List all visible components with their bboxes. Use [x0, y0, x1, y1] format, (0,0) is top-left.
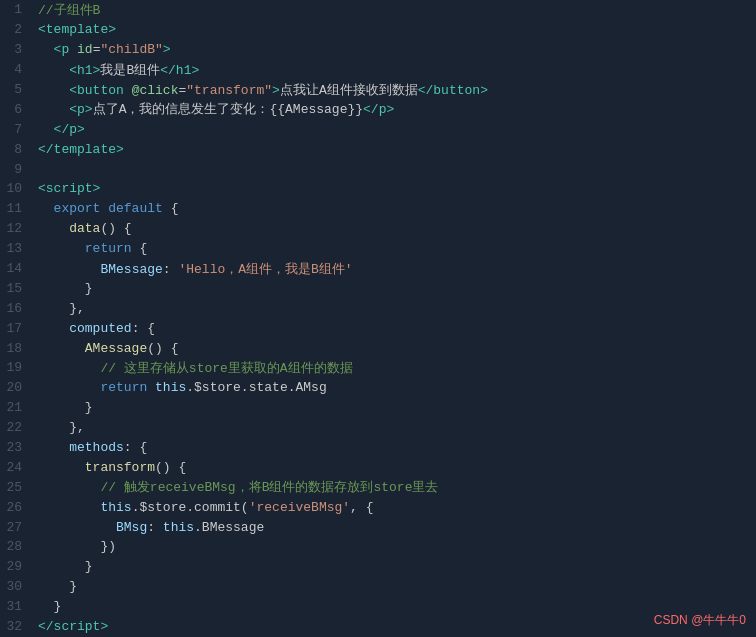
- line-number: 4: [0, 62, 32, 77]
- code-line: 23 methods: {: [0, 438, 756, 458]
- code-line: 9: [0, 159, 756, 179]
- line-content: // 这里存储从store里获取的A组件的数据: [32, 359, 756, 377]
- line-content: }: [32, 599, 756, 614]
- code-line: 15 }: [0, 278, 756, 298]
- line-number: 30: [0, 579, 32, 594]
- line-content: }: [32, 559, 756, 574]
- code-line: 7 </p>: [0, 119, 756, 139]
- code-line: 5 <button @click="transform">点我让A组件接收到数据…: [0, 80, 756, 100]
- code-line: 17 computed: {: [0, 318, 756, 338]
- line-number: 2: [0, 22, 32, 37]
- line-number: 1: [0, 2, 32, 17]
- line-content: AMessage() {: [32, 341, 756, 356]
- code-line: 21 }: [0, 398, 756, 418]
- line-number: 18: [0, 341, 32, 356]
- line-content: // 触发receiveBMsg，将B组件的数据存放到store里去: [32, 478, 756, 496]
- code-line: 10<script>: [0, 179, 756, 199]
- watermark-prefix: CSDN: [654, 613, 688, 627]
- line-number: 8: [0, 142, 32, 157]
- line-number: 31: [0, 599, 32, 614]
- code-line: 12 data() {: [0, 219, 756, 239]
- code-line: 26 this.$store.commit('receiveBMsg', {: [0, 497, 756, 517]
- line-number: 12: [0, 221, 32, 236]
- code-line: 24 transform() {: [0, 457, 756, 477]
- line-number: 27: [0, 520, 32, 535]
- line-number: 14: [0, 261, 32, 276]
- line-number: 19: [0, 360, 32, 375]
- watermark: CSDN @牛牛牛0: [654, 612, 746, 629]
- code-line: 28 }): [0, 537, 756, 557]
- line-content: //子组件B: [32, 1, 756, 19]
- line-content: },: [32, 420, 756, 435]
- line-number: 25: [0, 480, 32, 495]
- line-content: </p>: [32, 122, 756, 137]
- line-content: <h1>我是B组件</h1>: [32, 61, 756, 79]
- line-content: return {: [32, 241, 756, 256]
- line-content: data() {: [32, 221, 756, 236]
- line-content: methods: {: [32, 440, 756, 455]
- code-line: 30 }: [0, 577, 756, 597]
- line-content: computed: {: [32, 321, 756, 336]
- line-number: 26: [0, 500, 32, 515]
- line-content: BMessage: 'Hello，A组件，我是B组件': [32, 260, 756, 278]
- code-line: 11 export default {: [0, 199, 756, 219]
- line-number: 22: [0, 420, 32, 435]
- code-line: 13 return {: [0, 239, 756, 259]
- line-content: return this.$store.state.AMsg: [32, 380, 756, 395]
- code-line: 31 }: [0, 597, 756, 617]
- line-number: 29: [0, 559, 32, 574]
- line-content: }: [32, 281, 756, 296]
- watermark-suffix: @牛牛牛0: [691, 613, 746, 627]
- code-line: 4 <h1>我是B组件</h1>: [0, 60, 756, 80]
- line-content: </script>: [32, 619, 756, 634]
- line-content: </template>: [32, 142, 756, 157]
- code-lines: 1//子组件B2<template>3 <p id="childB">4 <h1…: [0, 0, 756, 637]
- code-line: 1//子组件B: [0, 0, 756, 20]
- line-number: 5: [0, 82, 32, 97]
- line-number: 10: [0, 181, 32, 196]
- code-line: 27 BMsg: this.BMessage: [0, 517, 756, 537]
- line-content: }: [32, 579, 756, 594]
- code-line: 18 AMessage() {: [0, 338, 756, 358]
- line-number: 7: [0, 122, 32, 137]
- line-number: 28: [0, 539, 32, 554]
- code-line: 22 },: [0, 418, 756, 438]
- line-content: },: [32, 301, 756, 316]
- line-content: this.$store.commit('receiveBMsg', {: [32, 500, 756, 515]
- line-content: }): [32, 539, 756, 554]
- line-number: 24: [0, 460, 32, 475]
- code-line: 6 <p>点了A，我的信息发生了变化：{{AMessage}}</p>: [0, 99, 756, 119]
- line-content: <template>: [32, 22, 756, 37]
- code-editor: 1//子组件B2<template>3 <p id="childB">4 <h1…: [0, 0, 756, 637]
- line-number: 16: [0, 301, 32, 316]
- code-line: 20 return this.$store.state.AMsg: [0, 378, 756, 398]
- code-line: 2<template>: [0, 20, 756, 40]
- code-line: 3 <p id="childB">: [0, 40, 756, 60]
- line-number: 11: [0, 201, 32, 216]
- code-line: 16 },: [0, 298, 756, 318]
- line-content: <p>点了A，我的信息发生了变化：{{AMessage}}</p>: [32, 100, 756, 118]
- line-number: 13: [0, 241, 32, 256]
- code-line: 8</template>: [0, 139, 756, 159]
- line-content: transform() {: [32, 460, 756, 475]
- line-number: 3: [0, 42, 32, 57]
- line-number: 23: [0, 440, 32, 455]
- line-content: <button @click="transform">点我让A组件接收到数据</…: [32, 81, 756, 99]
- line-number: 9: [0, 162, 32, 177]
- line-number: 17: [0, 321, 32, 336]
- line-number: 15: [0, 281, 32, 296]
- line-content: }: [32, 400, 756, 415]
- code-line: 25 // 触发receiveBMsg，将B组件的数据存放到store里去: [0, 477, 756, 497]
- line-number: 6: [0, 102, 32, 117]
- line-content: <script>: [32, 181, 756, 196]
- line-number: 32: [0, 619, 32, 634]
- code-line: 14 BMessage: 'Hello，A组件，我是B组件': [0, 259, 756, 279]
- line-number: 20: [0, 380, 32, 395]
- line-number: 21: [0, 400, 32, 415]
- line-content: export default {: [32, 201, 756, 216]
- code-line: 32</script>: [0, 617, 756, 637]
- code-line: 19 // 这里存储从store里获取的A组件的数据: [0, 358, 756, 378]
- line-content: BMsg: this.BMessage: [32, 520, 756, 535]
- line-content: <p id="childB">: [32, 42, 756, 57]
- code-line: 29 }: [0, 557, 756, 577]
